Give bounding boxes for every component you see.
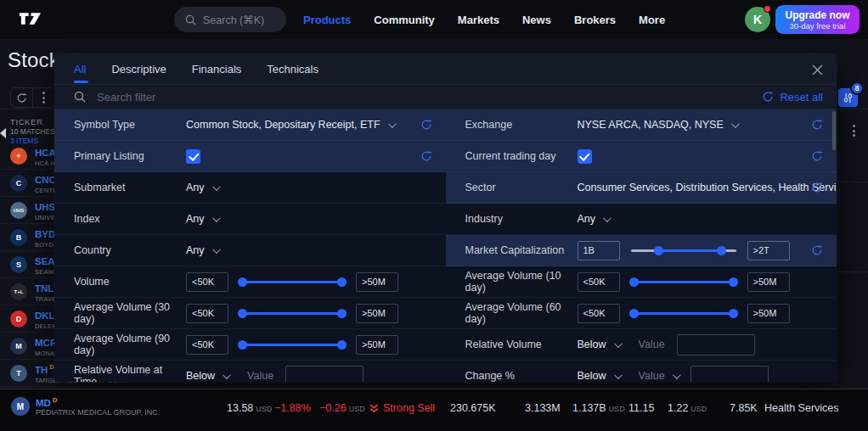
slider-handle-max[interactable]: [337, 309, 347, 318]
range-slider[interactable]: [631, 312, 736, 315]
range-min-input[interactable]: 1B: [578, 241, 620, 260]
current-trading-day-checkbox[interactable]: [578, 149, 592, 164]
slider-handle-min[interactable]: [654, 246, 663, 255]
global-search-input[interactable]: Search (⌘K): [174, 7, 286, 32]
slider-handle-min[interactable]: [629, 309, 639, 318]
column-title[interactable]: TICKER: [10, 117, 55, 126]
nav-link-products[interactable]: Products: [303, 14, 351, 26]
ticker-logo: S: [10, 256, 27, 273]
tab-descriptive[interactable]: Descriptive: [111, 63, 166, 76]
slider-handle-min[interactable]: [238, 340, 247, 350]
reset-icon: [811, 244, 823, 256]
comparison-dropdown[interactable]: Below: [578, 370, 620, 382]
range-slider[interactable]: [631, 249, 736, 252]
change-abs-cell: −0.26USD: [319, 402, 365, 414]
range-min-input[interactable]: <50K: [186, 304, 228, 323]
matches-count: 10 MATCHES: [10, 127, 55, 136]
filter-label: Average Volume (30 day): [74, 301, 186, 325]
chevron-down-icon: [673, 371, 681, 379]
tab-technicals[interactable]: Technicals: [267, 63, 318, 76]
range-max-input[interactable]: >50M: [356, 272, 398, 292]
reset-filter-button[interactable]: [811, 182, 823, 193]
range-min-input[interactable]: <50K: [578, 304, 620, 323]
nav-link-news[interactable]: News: [522, 14, 551, 26]
country-dropdown[interactable]: Any: [186, 244, 218, 256]
range-slider[interactable]: [240, 344, 345, 346]
ticker-column-header: TICKER 10 MATCHES 3 ITEMS: [10, 117, 55, 145]
reset-filter-button[interactable]: [420, 150, 432, 162]
selected-row-footer[interactable]: M MDD PEDIATRIX MEDICAL GROUP, INC. 13.5…: [0, 389, 868, 431]
slider-handle-max[interactable]: [729, 277, 738, 287]
tab-all[interactable]: All: [74, 63, 86, 76]
range-min-input[interactable]: <50K: [578, 272, 620, 292]
refresh-button[interactable]: [11, 88, 32, 107]
upgrade-button[interactable]: Upgrade now 30-day free trial: [775, 5, 860, 34]
slider-handle-min[interactable]: [629, 277, 639, 287]
filter-label: Average Volume (10 day): [465, 270, 578, 294]
reset-all-button[interactable]: Reset all: [762, 91, 823, 104]
index-dropdown[interactable]: Any: [186, 213, 218, 225]
reset-filter-button[interactable]: [420, 119, 432, 131]
value-input[interactable]: [690, 366, 769, 383]
upgrade-title: Upgrade now: [785, 9, 849, 21]
sector-dropdown[interactable]: Consumer Services, Distribution Services…: [578, 182, 837, 193]
close-modal-button[interactable]: [809, 61, 826, 78]
symbol-type-dropdown[interactable]: Common Stock, Depositary Receipt, ETF: [186, 119, 394, 131]
modal-scrollbar[interactable]: [832, 111, 836, 150]
reset-filter-button[interactable]: [811, 119, 823, 131]
slider-handle-min[interactable]: [238, 309, 247, 318]
ticker-logo: B: [10, 229, 27, 246]
user-avatar[interactable]: K: [745, 7, 770, 32]
pe-cell: 11.15: [628, 402, 654, 414]
range-max-input[interactable]: >2T: [747, 241, 790, 260]
nav-link-markets[interactable]: Markets: [458, 14, 499, 26]
range-slider[interactable]: [240, 281, 345, 283]
nav-link-more[interactable]: More: [639, 14, 665, 26]
exchange-dropdown[interactable]: NYSE ARCA, NASDAQ, NYSE: [578, 119, 737, 131]
notification-dot: [764, 5, 771, 13]
range-min-input[interactable]: <50K: [186, 272, 228, 292]
filter-label: Primary Listing: [74, 150, 186, 162]
submarket-dropdown[interactable]: Any: [186, 182, 218, 193]
collapse-panel-arrow-icon[interactable]: [0, 128, 6, 138]
value-type-dropdown[interactable]: Value: [639, 370, 679, 382]
slider-handle-max[interactable]: [717, 246, 726, 255]
chevron-down-icon: [212, 245, 221, 254]
nav-link-community[interactable]: Community: [374, 14, 435, 26]
range-max-input[interactable]: >50M: [356, 304, 398, 323]
range-slider[interactable]: [240, 312, 345, 315]
filter-label: Current trading day: [465, 150, 578, 162]
range-max-input[interactable]: >50M: [747, 304, 790, 323]
reset-icon: [762, 91, 774, 103]
value-input[interactable]: [285, 366, 364, 383]
range-slider[interactable]: [631, 281, 736, 283]
screener-menu-button[interactable]: [33, 88, 54, 107]
row-menu-button[interactable]: [853, 125, 855, 137]
chevron-down-icon: [212, 214, 221, 222]
range-min-input[interactable]: <50K: [186, 335, 228, 355]
slider-handle-max[interactable]: [337, 340, 347, 350]
open-filters-button[interactable]: 8: [838, 88, 858, 107]
comparison-dropdown[interactable]: Below: [578, 339, 620, 350]
primary-listing-checkbox[interactable]: [186, 149, 200, 164]
chevron-down-icon: [223, 371, 231, 379]
industry-dropdown[interactable]: Any: [578, 213, 610, 225]
filter-label: Submarket: [74, 182, 186, 193]
slider-handle-max[interactable]: [337, 277, 347, 287]
reset-filter-button[interactable]: [811, 150, 823, 162]
value-input[interactable]: [677, 334, 755, 355]
slider-handle-min[interactable]: [238, 277, 247, 287]
nav-link-brokers[interactable]: Brokers: [574, 14, 616, 26]
filter-label: Country: [74, 244, 186, 256]
range-max-input[interactable]: >50M: [356, 335, 398, 355]
filter-row: Relative Volume at Time Below Value Chan…: [54, 361, 837, 382]
reset-filter-button[interactable]: [811, 244, 823, 256]
page-title: Stock: [8, 48, 59, 72]
tradingview-logo-icon[interactable]: [19, 12, 42, 29]
avatar-letter: K: [753, 13, 762, 26]
slider-handle-max[interactable]: [729, 309, 738, 318]
range-max-input[interactable]: >50M: [747, 272, 790, 292]
tab-financials[interactable]: Financials: [192, 63, 242, 76]
comparison-dropdown[interactable]: Below: [186, 370, 228, 382]
filter-search-input[interactable]: [97, 91, 352, 104]
